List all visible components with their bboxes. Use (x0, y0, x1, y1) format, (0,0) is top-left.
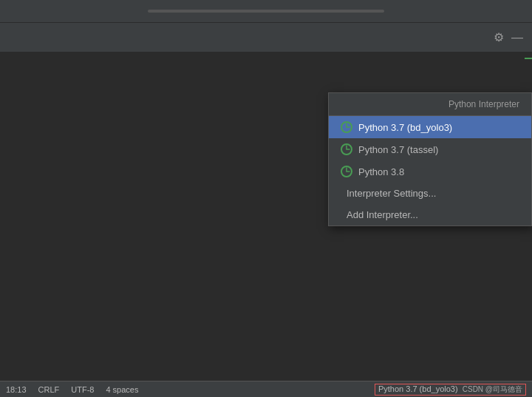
status-bar-right: Python 3.7 (bd_yolo3) CSDN @司马德音 (375, 384, 526, 396)
menu-label-bd-yolo3: Python 3.7 (bd_yolo3) (358, 122, 452, 133)
status-bar: 18:13 CRLF UTF-8 4 spaces Python 3.7 (bd… (0, 381, 532, 397)
menu-item-interpreter-settings[interactable]: Interpreter Settings... (329, 183, 531, 204)
menu-item-bd-yolo3[interactable]: Python 3.7 (bd_yolo3) (329, 116, 531, 138)
status-python-version[interactable]: Python 3.7 (bd_yolo3) CSDN @司马德音 (375, 384, 526, 396)
menu-label-tassel: Python 3.7 (tassel) (358, 144, 438, 155)
status-watermark: CSDN @司马德音 (463, 385, 522, 393)
toolbar: ⚙ — (0, 22, 532, 52)
status-time: 18:13 (6, 385, 27, 394)
python-icon-bd-yolo3 (341, 121, 352, 133)
python-interpreter-menu: Python Interpreter Python 3.7 (bd_yolo3)… (328, 92, 532, 226)
menu-label-python38: Python 3.8 (358, 166, 404, 177)
gear-icon[interactable]: ⚙ (494, 30, 504, 44)
green-accent-line (525, 58, 532, 59)
status-python-label: Python 3.7 (bd_yolo3) (378, 384, 458, 393)
title-bar (0, 0, 532, 22)
status-line-ending[interactable]: CRLF (38, 385, 60, 394)
menu-header: Python Interpreter (329, 93, 531, 116)
status-indent[interactable]: 4 spaces (106, 385, 138, 394)
status-encoding[interactable]: UTF-8 (71, 385, 94, 394)
python-icon-python38 (341, 166, 352, 177)
interpreter-settings-label: Interpreter Settings... (347, 188, 436, 199)
menu-item-tassel[interactable]: Python 3.7 (tassel) (329, 138, 531, 160)
menu-item-python38[interactable]: Python 3.8 (329, 160, 531, 183)
minimize-icon[interactable]: — (511, 31, 523, 44)
menu-item-add-interpreter[interactable]: Add Interpreter... (329, 204, 531, 225)
add-interpreter-label: Add Interpreter... (347, 209, 418, 220)
title-progress (148, 10, 384, 13)
status-bar-left: 18:13 CRLF UTF-8 4 spaces (6, 385, 363, 394)
editor-area: Python Interpreter Python 3.7 (bd_yolo3)… (0, 52, 532, 325)
python-icon-tassel (341, 143, 352, 155)
